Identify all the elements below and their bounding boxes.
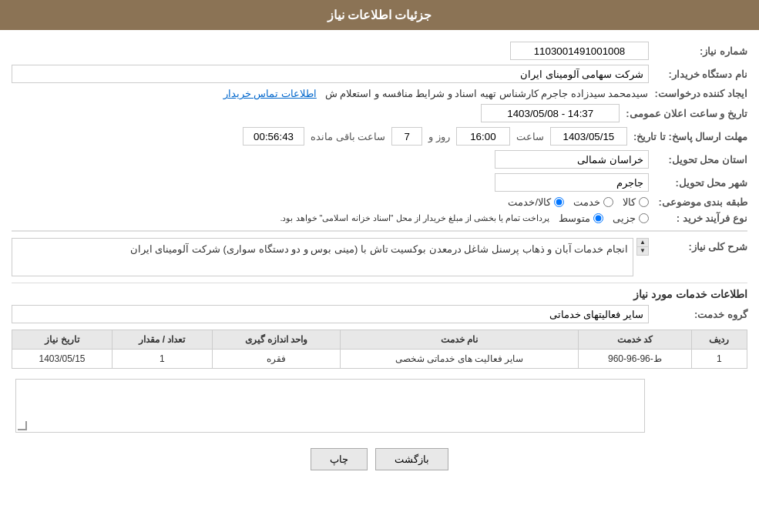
delivery-city-value	[12, 173, 649, 192]
description-area: ▲ ▼ انجام خدمات آبان و ذهاب پرسنل شاغل د…	[12, 238, 649, 276]
description-row: شرح کلی نیاز: ▲ ▼ انجام خدمات آبان و ذها…	[12, 238, 747, 276]
cell-row: 1	[691, 350, 747, 369]
table-header-row: ردیف کد خدمت نام خدمت واحد اندازه گیری ت…	[12, 330, 747, 350]
services-table: ردیف کد خدمت نام خدمت واحد اندازه گیری ت…	[12, 330, 747, 369]
announce-date-value	[12, 104, 620, 122]
col-unit: واحد اندازه گیری	[212, 330, 340, 350]
process-area: جزیی متوسط پرداخت تمام یا بخشی از مبلغ خ…	[12, 212, 649, 224]
page-container: جزئیات اطلاعات نیاز 🛡 شماره نیاز: نام دس…	[0, 0, 759, 532]
response-days-label: روز و	[428, 131, 450, 142]
delivery-province-row: استان محل تحویل:	[12, 150, 747, 169]
requester-label: ایجاد کننده درخواست:	[654, 88, 747, 99]
category-item-khadamat: خدمت	[573, 196, 613, 208]
category-kala-khadamat-label: کالا/خدمت	[508, 196, 551, 208]
cell-date: 1403/05/15	[12, 350, 113, 369]
category-kala-label: کالا	[623, 196, 636, 208]
category-item-kala: کالا	[623, 196, 649, 208]
description-content: انجام خدمات آبان و ذهاب پرسنل شاغل درمعد…	[130, 243, 628, 255]
category-row: طبقه بندی موضوعی: کالا خدمت کالا/خدمت	[12, 196, 747, 208]
response-date-area: ساعت روز و ساعت باقی مانده	[12, 127, 627, 146]
scroll-down-arrow[interactable]: ▼	[637, 247, 648, 255]
service-group-label: گروه خدمت:	[655, 309, 747, 320]
buyer-org-value	[12, 65, 649, 83]
cell-unit: فقره	[212, 350, 340, 369]
cell-name: سایر فعالیت های خدماتی شخصی	[341, 350, 579, 369]
page-title: جزئیات اطلاعات نیاز	[327, 8, 432, 22]
buyer-notes-area	[12, 375, 649, 437]
need-number-row: شماره نیاز:	[12, 42, 747, 60]
category-radio-khadamat[interactable]	[603, 197, 613, 207]
process-options: جزیی متوسط پرداخت تمام یا بخشی از مبلغ خ…	[12, 212, 649, 224]
description-scrollbar[interactable]: ▲ ▼	[636, 238, 649, 256]
response-date-label: مهلت ارسال پاسخ: تا تاریخ:	[633, 131, 747, 142]
service-group-input[interactable]	[12, 305, 649, 323]
description-text: انجام خدمات آبان و ذهاب پرسنل شاغل درمعد…	[12, 238, 633, 276]
buyer-notes-label	[655, 375, 747, 378]
requester-link[interactable]: اطلاعات تماس خریدار	[223, 88, 317, 99]
need-number-label: شماره نیاز:	[655, 45, 747, 57]
response-time-label: ساعت	[516, 131, 544, 142]
process-jozi-label: جزیی	[613, 212, 636, 224]
main-content: 🛡 شماره نیاز: نام دستگاه خریدار: ایجاد ک…	[0, 30, 759, 490]
process-note: پرداخت تمام یا بخشی از مبلغ خریدار از مح…	[280, 213, 549, 223]
service-group-value	[12, 305, 649, 323]
col-row: ردیف	[691, 330, 747, 350]
category-options: کالا خدمت کالا/خدمت	[12, 196, 649, 208]
category-radio-kala[interactable]	[639, 197, 649, 207]
category-radio-kala-khadamat[interactable]	[554, 197, 564, 207]
back-button[interactable]: بازگشت	[375, 448, 448, 470]
delivery-province-value	[12, 150, 649, 169]
col-code: کد خدمت	[579, 330, 691, 350]
buyer-org-label: نام دستگاه خریدار:	[655, 69, 747, 80]
delivery-province-input[interactable]	[495, 150, 649, 169]
resize-handle[interactable]	[18, 421, 27, 430]
cell-quantity: 1	[112, 350, 212, 369]
response-time-input[interactable]	[456, 127, 510, 146]
need-number-input[interactable]	[510, 42, 649, 60]
announce-date-label: تاریخ و ساعت اعلان عمومی:	[626, 108, 747, 119]
buyer-org-input[interactable]	[12, 65, 649, 83]
service-group-row: گروه خدمت:	[12, 305, 747, 323]
buyer-notes-box	[15, 379, 645, 433]
col-date: تاریخ نیاز	[12, 330, 113, 350]
delivery-city-input[interactable]	[495, 173, 649, 192]
process-item-jozi: جزیی	[613, 212, 649, 224]
delivery-city-row: شهر محل تحویل:	[12, 173, 747, 192]
buyer-notes-row	[12, 375, 747, 437]
response-date-row: مهلت ارسال پاسخ: تا تاریخ: ساعت روز و سا…	[12, 127, 747, 146]
response-datetime-row: ساعت روز و ساعت باقی مانده	[12, 127, 627, 146]
requester-row: ایجاد کننده درخواست: سیدمحمد سیدزاده جاج…	[12, 88, 747, 99]
buyer-org-row: نام دستگاه خریدار:	[12, 65, 747, 83]
announce-date-input[interactable]	[481, 104, 620, 122]
scroll-up-arrow[interactable]: ▲	[637, 239, 648, 247]
print-button[interactable]: چاپ	[311, 448, 368, 470]
page-header: جزئیات اطلاعات نیاز	[0, 0, 759, 30]
category-label: طبقه بندی موضوعی:	[655, 196, 747, 208]
process-radio-mutawasset[interactable]	[593, 213, 603, 223]
category-khadamat-label: خدمت	[573, 196, 600, 208]
buttons-row: بازگشت چاپ	[12, 448, 747, 470]
response-days-input[interactable]	[391, 127, 422, 146]
announce-date-row: تاریخ و ساعت اعلان عمومی:	[12, 104, 747, 122]
col-name: نام خدمت	[341, 330, 579, 350]
requester-value: سیدمحمد سیدزاده جاجرم کارشناس تهیه اسناد…	[12, 88, 648, 99]
col-quantity: تعداد / مقدار	[112, 330, 212, 350]
category-item-kala-khadamat: کالا/خدمت	[508, 196, 564, 208]
response-remaining-label: ساعت باقی مانده	[311, 131, 385, 142]
process-row: نوع فرآیند خرید : جزیی متوسط پرداخت تمام…	[12, 212, 747, 224]
services-table-container: ردیف کد خدمت نام خدمت واحد اندازه گیری ت…	[12, 330, 747, 369]
description-label: شرح کلی نیاز:	[655, 238, 747, 253]
response-date-input[interactable]	[550, 127, 627, 146]
services-section-title: اطلاعات خدمات مورد نیاز	[12, 283, 747, 305]
process-item-mutawasset: متوسط	[559, 212, 603, 224]
requester-text: سیدمحمد سیدزاده جاجرم کارشناس تهیه اسناد…	[325, 88, 649, 99]
form-content: شماره نیاز: نام دستگاه خریدار: ایجاد کنن…	[12, 42, 747, 470]
response-remaining-input[interactable]	[243, 127, 304, 146]
table-row: 1 ط-96-96-960 سایر فعالیت های خدماتی شخص…	[12, 350, 747, 369]
delivery-province-label: استان محل تحویل:	[655, 154, 747, 166]
process-label: نوع فرآیند خرید :	[655, 212, 747, 224]
delivery-city-label: شهر محل تحویل:	[655, 177, 747, 189]
cell-code: ط-96-96-960	[579, 350, 691, 369]
process-mutawasset-label: متوسط	[559, 212, 590, 224]
process-radio-jozi[interactable]	[639, 213, 649, 223]
